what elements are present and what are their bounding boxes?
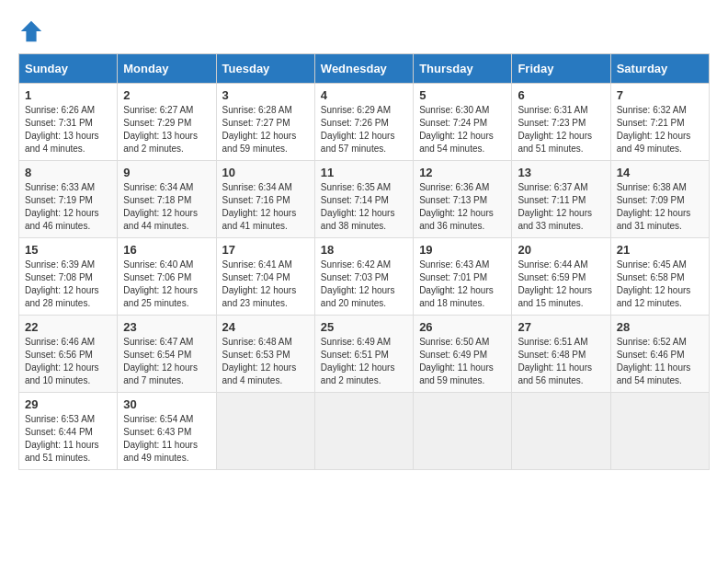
calendar-header: SundayMondayTuesdayWednesdayThursdayFrid…: [19, 54, 710, 84]
calendar-cell: [512, 393, 610, 470]
calendar-cell: 14 Sunrise: 6:38 AMSunset: 7:09 PMDaylig…: [610, 161, 709, 238]
day-number: 20: [518, 243, 604, 257]
calendar-cell: 30 Sunrise: 6:54 AMSunset: 6:43 PMDaylig…: [118, 393, 216, 470]
day-number: 15: [25, 243, 111, 257]
day-info: Sunrise: 6:37 AMSunset: 7:11 PMDaylight:…: [518, 181, 604, 233]
day-number: 17: [222, 243, 309, 257]
day-info: Sunrise: 6:51 AMSunset: 6:48 PMDaylight:…: [518, 336, 604, 387]
header-monday: Monday: [118, 54, 216, 84]
day-info: Sunrise: 6:30 AMSunset: 7:24 PMDaylight:…: [419, 104, 506, 155]
day-info: Sunrise: 6:49 AMSunset: 6:51 PMDaylight:…: [321, 336, 407, 387]
day-info: Sunrise: 6:34 AMSunset: 7:18 PMDaylight:…: [123, 181, 210, 233]
calendar-cell: 26 Sunrise: 6:50 AMSunset: 6:49 PMDaylig…: [414, 316, 512, 393]
day-number: 11: [321, 166, 407, 179]
day-info: Sunrise: 6:53 AMSunset: 6:44 PMDaylight:…: [25, 413, 111, 465]
day-number: 16: [123, 243, 210, 257]
calendar-cell: 10 Sunrise: 6:34 AMSunset: 7:16 PMDaylig…: [216, 161, 314, 238]
header-tuesday: Tuesday: [216, 54, 314, 84]
calendar-cell: 11 Sunrise: 6:35 AMSunset: 7:14 PMDaylig…: [314, 161, 413, 238]
day-number: 12: [419, 166, 506, 179]
calendar-cell: 17 Sunrise: 6:41 AMSunset: 7:04 PMDaylig…: [216, 238, 314, 316]
calendar-cell: 3 Sunrise: 6:28 AMSunset: 7:27 PMDayligh…: [216, 84, 314, 161]
header-saturday: Saturday: [610, 54, 709, 84]
header-sunday: Sunday: [19, 54, 118, 84]
day-number: 28: [617, 320, 703, 334]
day-info: Sunrise: 6:29 AMSunset: 7:26 PMDaylight:…: [321, 104, 407, 155]
day-number: 26: [419, 320, 506, 334]
calendar-cell: 15 Sunrise: 6:39 AMSunset: 7:08 PMDaylig…: [19, 238, 118, 316]
day-number: 6: [518, 88, 604, 102]
calendar-cell: 27 Sunrise: 6:51 AMSunset: 6:48 PMDaylig…: [512, 316, 610, 393]
day-info: Sunrise: 6:41 AMSunset: 7:04 PMDaylight:…: [222, 259, 309, 310]
calendar-cell: 21 Sunrise: 6:45 AMSunset: 6:58 PMDaylig…: [610, 238, 709, 316]
day-info: Sunrise: 6:31 AMSunset: 7:23 PMDaylight:…: [518, 104, 604, 155]
day-number: 5: [419, 88, 506, 102]
calendar-cell: [610, 393, 709, 470]
day-info: Sunrise: 6:47 AMSunset: 6:54 PMDaylight:…: [123, 336, 210, 387]
day-info: Sunrise: 6:48 AMSunset: 6:53 PMDaylight:…: [222, 336, 309, 387]
calendar-cell: 13 Sunrise: 6:37 AMSunset: 7:11 PMDaylig…: [512, 161, 610, 238]
day-number: 25: [321, 320, 407, 334]
day-number: 13: [518, 166, 604, 179]
day-number: 27: [518, 320, 604, 334]
calendar-week-1: 1 Sunrise: 6:26 AMSunset: 7:31 PMDayligh…: [19, 84, 710, 161]
calendar-cell: 25 Sunrise: 6:49 AMSunset: 6:51 PMDaylig…: [314, 316, 413, 393]
day-number: 23: [123, 320, 210, 334]
calendar-cell: 23 Sunrise: 6:47 AMSunset: 6:54 PMDaylig…: [118, 316, 216, 393]
day-number: 2: [123, 88, 210, 102]
calendar-week-2: 8 Sunrise: 6:33 AMSunset: 7:19 PMDayligh…: [19, 161, 710, 238]
day-info: Sunrise: 6:40 AMSunset: 7:06 PMDaylight:…: [123, 259, 210, 310]
logo-icon: [18, 18, 44, 44]
day-number: 30: [123, 397, 210, 411]
calendar-cell: 7 Sunrise: 6:32 AMSunset: 7:21 PMDayligh…: [610, 84, 709, 161]
day-info: Sunrise: 6:42 AMSunset: 7:03 PMDaylight:…: [321, 259, 407, 310]
day-number: 3: [222, 88, 309, 102]
day-info: Sunrise: 6:33 AMSunset: 7:19 PMDaylight:…: [25, 181, 111, 233]
day-info: Sunrise: 6:52 AMSunset: 6:46 PMDaylight:…: [617, 336, 703, 387]
day-info: Sunrise: 6:27 AMSunset: 7:29 PMDaylight:…: [123, 104, 210, 155]
day-info: Sunrise: 6:45 AMSunset: 6:58 PMDaylight:…: [617, 259, 703, 310]
day-number: 24: [222, 320, 309, 334]
day-info: Sunrise: 6:46 AMSunset: 6:56 PMDaylight:…: [25, 336, 111, 387]
logo: [18, 18, 50, 44]
calendar-cell: 16 Sunrise: 6:40 AMSunset: 7:06 PMDaylig…: [118, 238, 216, 316]
calendar-cell: 5 Sunrise: 6:30 AMSunset: 7:24 PMDayligh…: [414, 84, 512, 161]
day-number: 21: [617, 243, 703, 257]
day-info: Sunrise: 6:28 AMSunset: 7:27 PMDaylight:…: [222, 104, 309, 155]
calendar-cell: 2 Sunrise: 6:27 AMSunset: 7:29 PMDayligh…: [118, 84, 216, 161]
calendar-cell: 6 Sunrise: 6:31 AMSunset: 7:23 PMDayligh…: [512, 84, 610, 161]
day-info: Sunrise: 6:39 AMSunset: 7:08 PMDaylight:…: [25, 259, 111, 310]
day-number: 18: [321, 243, 407, 257]
calendar-week-5: 29 Sunrise: 6:53 AMSunset: 6:44 PMDaylig…: [19, 393, 710, 470]
calendar-cell: 4 Sunrise: 6:29 AMSunset: 7:26 PMDayligh…: [314, 84, 413, 161]
day-info: Sunrise: 6:38 AMSunset: 7:09 PMDaylight:…: [617, 181, 703, 233]
day-info: Sunrise: 6:43 AMSunset: 7:01 PMDaylight:…: [419, 259, 506, 310]
calendar-cell: 19 Sunrise: 6:43 AMSunset: 7:01 PMDaylig…: [414, 238, 512, 316]
calendar-cell: [414, 393, 512, 470]
calendar-week-4: 22 Sunrise: 6:46 AMSunset: 6:56 PMDaylig…: [19, 316, 710, 393]
day-info: Sunrise: 6:35 AMSunset: 7:14 PMDaylight:…: [321, 181, 407, 233]
calendar-cell: 28 Sunrise: 6:52 AMSunset: 6:46 PMDaylig…: [610, 316, 709, 393]
calendar-cell: 9 Sunrise: 6:34 AMSunset: 7:18 PMDayligh…: [118, 161, 216, 238]
day-info: Sunrise: 6:26 AMSunset: 7:31 PMDaylight:…: [25, 104, 111, 155]
calendar-cell: 8 Sunrise: 6:33 AMSunset: 7:19 PMDayligh…: [19, 161, 118, 238]
calendar-table: SundayMondayTuesdayWednesdayThursdayFrid…: [18, 53, 710, 470]
day-info: Sunrise: 6:34 AMSunset: 7:16 PMDaylight:…: [222, 181, 309, 233]
day-number: 22: [25, 320, 111, 334]
header-wednesday: Wednesday: [314, 54, 413, 84]
calendar-cell: 24 Sunrise: 6:48 AMSunset: 6:53 PMDaylig…: [216, 316, 314, 393]
header-thursday: Thursday: [414, 54, 512, 84]
day-number: 10: [222, 166, 309, 179]
header: [18, 18, 710, 44]
day-info: Sunrise: 6:54 AMSunset: 6:43 PMDaylight:…: [123, 413, 210, 465]
day-number: 19: [419, 243, 506, 257]
day-number: 8: [25, 166, 111, 179]
day-number: 9: [123, 166, 210, 179]
calendar-cell: 18 Sunrise: 6:42 AMSunset: 7:03 PMDaylig…: [314, 238, 413, 316]
day-number: 14: [617, 166, 703, 179]
calendar-cell: [216, 393, 314, 470]
calendar-cell: 1 Sunrise: 6:26 AMSunset: 7:31 PMDayligh…: [19, 84, 118, 161]
day-info: Sunrise: 6:36 AMSunset: 7:13 PMDaylight:…: [419, 181, 506, 233]
calendar-cell: [314, 393, 413, 470]
day-number: 29: [25, 397, 111, 411]
